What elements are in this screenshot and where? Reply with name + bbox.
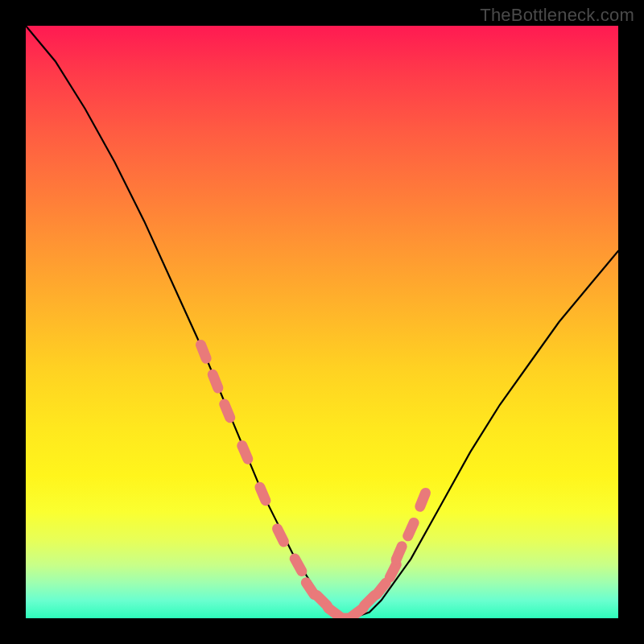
highlighted-dot <box>377 583 386 594</box>
highlighted-dot <box>225 404 230 418</box>
curve-layer <box>26 26 618 618</box>
highlighted-dot <box>278 529 284 542</box>
bottleneck-curve <box>26 26 618 618</box>
chart-svg <box>26 26 618 618</box>
highlighted-dots-layer <box>201 345 426 618</box>
highlighted-dot <box>295 559 302 572</box>
highlighted-dot <box>420 493 426 506</box>
highlighted-dot <box>260 487 266 501</box>
watermark-text: TheBottleneck.com <box>480 5 634 26</box>
highlighted-dot <box>408 522 414 535</box>
highlighted-dot <box>201 345 207 358</box>
highlighted-dot <box>213 374 218 388</box>
chart-plot-area <box>26 26 618 618</box>
highlighted-dot <box>390 564 396 577</box>
highlighted-dot <box>396 547 402 560</box>
highlighted-dot <box>242 446 248 460</box>
